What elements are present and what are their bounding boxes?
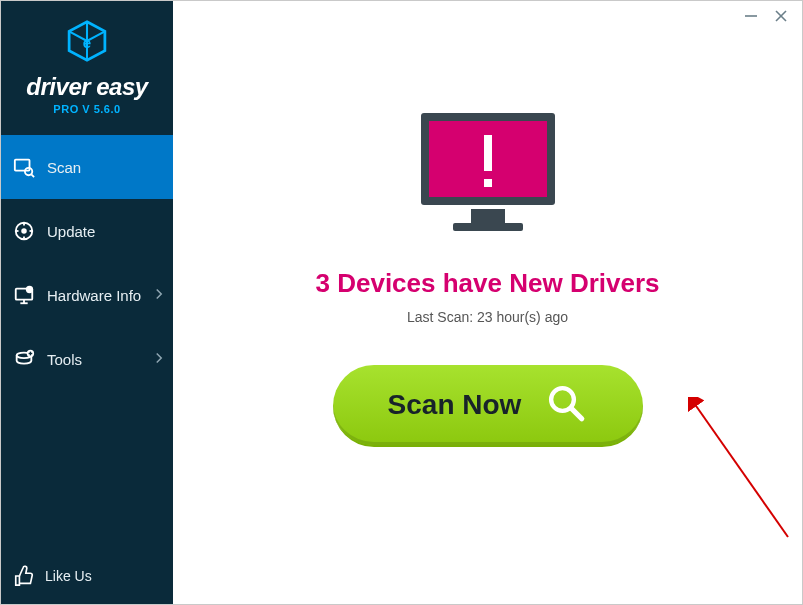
sidebar-item-label: Scan (47, 159, 81, 176)
svg-text:e: e (83, 34, 91, 51)
sidebar-item-label: Hardware Info (47, 287, 141, 304)
tools-icon (13, 348, 35, 370)
update-icon (13, 220, 35, 242)
svg-point-6 (21, 228, 27, 234)
sidebar-item-update[interactable]: Update (1, 199, 173, 263)
app-logo-icon: e (65, 19, 109, 67)
content: 3 Devices have New Drivers Last Scan: 23… (173, 1, 802, 604)
minimize-button[interactable] (744, 9, 758, 26)
brand-version: PRO V 5.6.0 (53, 103, 120, 115)
svg-rect-35 (471, 209, 505, 223)
magnifier-icon (545, 382, 587, 428)
main-panel: 3 Devices have New Drivers Last Scan: 23… (173, 1, 802, 604)
scan-now-label: Scan Now (388, 389, 522, 421)
app-window: e driver easy PRO V 5.6.0 Scan (0, 0, 803, 605)
brand-name: driver easy (26, 73, 147, 101)
like-us-label: Like Us (45, 568, 92, 584)
scan-button-wrap: Scan Now (333, 365, 643, 447)
window-controls (744, 1, 802, 33)
close-button[interactable] (774, 9, 788, 26)
thumbs-up-icon (13, 565, 35, 587)
svg-rect-36 (453, 223, 523, 231)
scan-result-headline: 3 Devices have New Drivers (316, 268, 660, 299)
sidebar-item-label: Update (47, 223, 95, 240)
sidebar-item-scan[interactable]: Scan (1, 135, 173, 199)
sidebar-bottom: Like Us (1, 548, 173, 604)
svg-rect-37 (484, 135, 492, 171)
svg-rect-38 (484, 179, 492, 187)
sidebar-item-label: Tools (47, 351, 82, 368)
sidebar: e driver easy PRO V 5.6.0 Scan (1, 1, 173, 604)
like-us-button[interactable]: Like Us (13, 565, 92, 587)
brand-block: e driver easy PRO V 5.6.0 (1, 1, 173, 125)
sidebar-item-hardware-info[interactable]: i Hardware Info (1, 263, 173, 327)
last-scan-text: Last Scan: 23 hour(s) ago (407, 309, 568, 325)
scan-icon (13, 156, 35, 178)
svg-line-4 (31, 174, 34, 177)
chevron-right-icon (155, 287, 163, 303)
chevron-right-icon (155, 351, 163, 367)
alert-monitor-icon (413, 109, 563, 248)
hardware-icon: i (13, 284, 35, 306)
sidebar-nav: Scan Update (1, 135, 173, 548)
scan-now-button[interactable]: Scan Now (333, 365, 643, 447)
svg-line-40 (572, 408, 583, 419)
sidebar-item-tools[interactable]: Tools (1, 327, 173, 391)
